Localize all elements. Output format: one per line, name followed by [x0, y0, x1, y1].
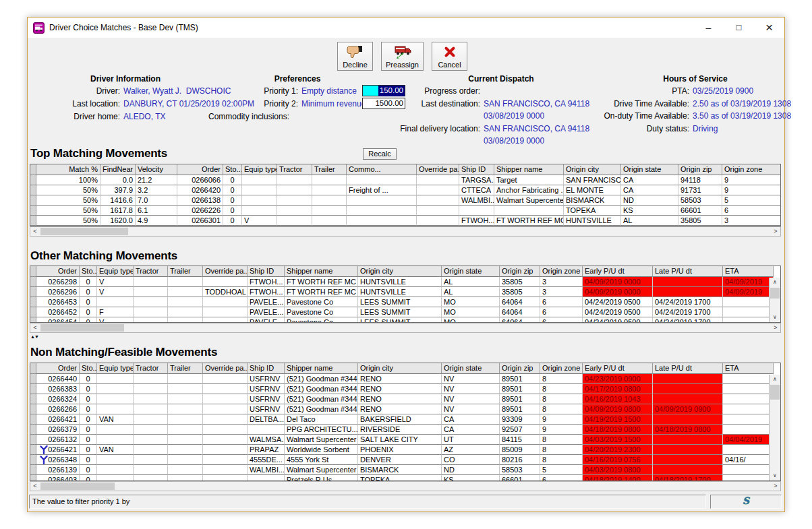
table-row[interactable]: 50%397.93.202664200Freight of ...CTTECAA…: [30, 185, 780, 195]
non-v-scrollbar[interactable]: ∧ ∨: [769, 375, 780, 480]
table-row[interactable]: 026634804555DE...4555 York StDENVERCO802…: [30, 455, 780, 465]
column-header[interactable]: Trailer: [168, 266, 203, 277]
column-header[interactable]: Override pa...: [417, 164, 459, 175]
table-row[interactable]: 02663240USFRNV(521) Goodman #344RENONV89…: [30, 394, 780, 404]
scroll-up-icon[interactable]: ∧: [770, 278, 780, 287]
scroll-down-icon[interactable]: ∨: [770, 471, 780, 480]
table-row[interactable]: 02664030Pretzels R UsTOPEKAKS66601604/18…: [30, 475, 780, 481]
table-row[interactable]: 02663790PPG ARCHITECTU...RIVERSIDECA9250…: [30, 425, 780, 435]
minimize-button[interactable]: –: [693, 18, 724, 37]
recalc-button[interactable]: Recalc: [363, 148, 397, 160]
column-header[interactable]: Shipper name: [494, 164, 564, 175]
table-row[interactable]: 100%0.021.202660660TARGSA...TargetSAN FR…: [30, 175, 780, 185]
column-header[interactable]: Origin zip: [500, 363, 540, 374]
v-scroll-thumb[interactable]: [770, 288, 780, 299]
table-row[interactable]: 50%1617.86.102662260TOPEKAKS666016: [30, 206, 780, 216]
cell: [203, 465, 248, 475]
scroll-down-icon[interactable]: ∨: [770, 313, 780, 322]
column-header[interactable]: Late P/U dt: [653, 266, 723, 277]
column-header[interactable]: Origin zone: [722, 164, 781, 175]
column-header[interactable]: Ship ID: [248, 363, 285, 374]
table-row[interactable]: 02661390WALMBI...Walmart SupercenterBISM…: [30, 465, 780, 475]
column-header[interactable]: Equip type: [242, 164, 277, 175]
v-scroll-thumb[interactable]: [770, 385, 780, 400]
column-header[interactable]: Origin zone: [540, 363, 583, 374]
scroll-up-icon[interactable]: ∧: [770, 375, 780, 384]
column-header[interactable]: Origin state: [442, 266, 500, 277]
app-icon[interactable]: [33, 22, 45, 34]
h-scroll-thumb[interactable]: [40, 483, 115, 490]
h-scroll-thumb[interactable]: [40, 228, 128, 235]
decline-button[interactable]: Decline: [337, 42, 373, 71]
preassign-button[interactable]: Preassign: [381, 42, 424, 71]
table-row[interactable]: 02664210VANPRAPAZWorldwide SorbentPHOENI…: [30, 445, 780, 455]
column-header[interactable]: Origin state: [442, 363, 500, 374]
column-header[interactable]: Shipper name: [285, 266, 358, 277]
table-row[interactable]: 02664400USFRNV(521) Goodman #344RENONV89…: [30, 374, 780, 384]
scroll-right-icon[interactable]: >: [771, 482, 780, 491]
table-row[interactable]: 02662980VFTWOH...FT WORTH REF MCHUNTSVIL…: [30, 277, 780, 287]
table-row[interactable]: 02664520FPAVELE...Pavestone CoLEES SUMMI…: [30, 307, 780, 317]
maximize-button[interactable]: □: [724, 18, 754, 37]
column-header[interactable]: Sto...: [80, 363, 97, 374]
scroll-left-icon[interactable]: <: [30, 323, 40, 332]
column-header[interactable]: Tractor: [134, 266, 168, 277]
column-header[interactable]: ETA: [723, 266, 774, 277]
column-header[interactable]: Equip type: [97, 266, 134, 277]
scroll-right-icon[interactable]: >: [771, 323, 780, 332]
table-row[interactable]: 02663830USFRNV(521) Goodman #344RENONV89…: [30, 384, 780, 394]
scroll-left-icon[interactable]: <: [30, 227, 40, 236]
column-header[interactable]: Sto...: [80, 266, 97, 277]
column-header[interactable]: Late P/U dt: [653, 363, 723, 374]
table-row[interactable]: 02662960VTODDHOALFTWOH...FT WORTH REF MC…: [30, 287, 780, 297]
column-header[interactable]: Ship ID: [248, 266, 285, 277]
column-header[interactable]: Trailer: [168, 363, 203, 374]
column-header[interactable]: FindNear: [100, 164, 136, 175]
column-header[interactable]: Origin zone: [540, 266, 583, 277]
table-row[interactable]: 02664530PAVELE...Pavestone CoLEES SUMMIT…: [30, 297, 780, 307]
close-button[interactable]: ×: [754, 18, 784, 37]
pta-label: PTA:: [598, 86, 689, 96]
table-row[interactable]: 02662660USFRNV(521) Goodman #344RENONV89…: [30, 404, 780, 414]
column-header[interactable]: Order: [177, 164, 223, 175]
column-header[interactable]: Velocity: [136, 164, 177, 175]
column-header[interactable]: ETA: [723, 363, 774, 374]
column-header[interactable]: Origin zip: [500, 266, 540, 277]
column-header[interactable]: Ship ID: [459, 164, 494, 175]
column-header[interactable]: Sto...: [223, 164, 242, 175]
maximize-icon: □: [736, 22, 742, 32]
scroll-left-icon[interactable]: <: [30, 482, 40, 491]
drive-time-row: Drive Time Available:2.50 as of 03/19/20…: [598, 99, 791, 108]
table-row[interactable]: 02664210VANDELTBA...Del TacoBAKERSFIELDC…: [30, 414, 780, 425]
column-header[interactable]: Commo...: [347, 164, 417, 175]
table-row[interactable]: 50%1416.67.002661380WALMBI...Walmart Sup…: [30, 195, 780, 206]
column-header[interactable]: Shipper name: [285, 363, 358, 374]
column-header[interactable]: Override pa...: [203, 363, 248, 374]
splitter-handle[interactable]: ▲▼: [30, 334, 38, 340]
column-header[interactable]: Equip type: [97, 363, 134, 374]
other-v-scrollbar[interactable]: ∧ ∨: [769, 278, 780, 322]
column-header[interactable]: Override pa...: [203, 266, 248, 277]
table-row[interactable]: 02661320WALMSA...Walmart SupercenterSALT…: [30, 435, 780, 445]
cancel-button[interactable]: Cancel: [432, 42, 467, 71]
scroll-right-icon[interactable]: >: [771, 227, 780, 236]
column-header[interactable]: Early P/U dt: [583, 363, 653, 374]
column-header[interactable]: Match %: [36, 164, 100, 175]
column-header[interactable]: Tractor: [134, 363, 168, 374]
column-header[interactable]: Early P/U dt: [583, 266, 653, 277]
column-header[interactable]: Order: [36, 266, 80, 277]
table-row[interactable]: 02664540VPAVELE...Pavestone CoLEES SUMMI…: [30, 317, 780, 323]
table-row[interactable]: 50%1620.04.902663010VFTWOH...FT WORTH RE…: [30, 216, 780, 226]
column-header[interactable]: Origin state: [621, 164, 678, 175]
column-header[interactable]: Origin city: [564, 164, 621, 175]
column-header[interactable]: Origin zip: [678, 164, 722, 175]
other-h-scrollbar[interactable]: < >: [30, 323, 781, 333]
non-h-scrollbar[interactable]: < >: [30, 481, 781, 491]
column-header[interactable]: Trailer: [312, 164, 347, 175]
top-h-scrollbar[interactable]: < >: [30, 226, 781, 237]
column-header[interactable]: Tractor: [277, 164, 312, 175]
column-header[interactable]: Origin city: [358, 363, 442, 374]
h-scroll-thumb[interactable]: [40, 324, 124, 332]
column-header[interactable]: Origin city: [358, 266, 442, 277]
column-header[interactable]: Order: [36, 363, 80, 374]
